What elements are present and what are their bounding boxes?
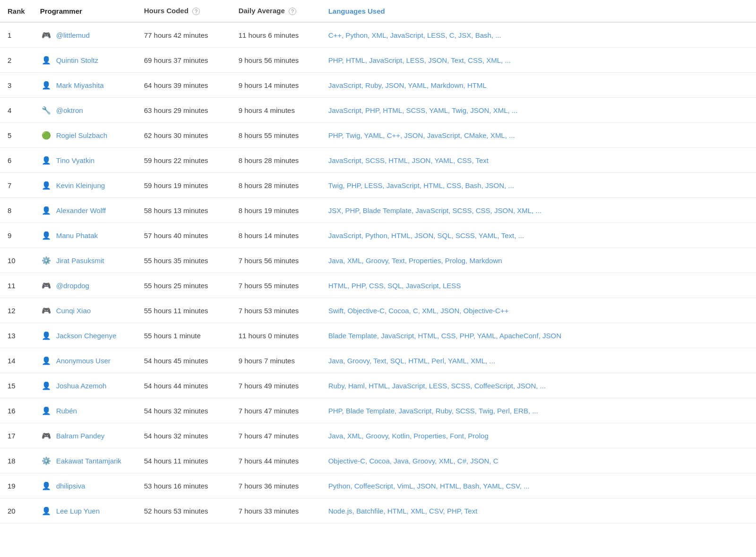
avatar: 👤 [40, 179, 52, 191]
programmer-name[interactable]: Balram Pandey [56, 432, 105, 440]
table-row: 4🔧@oktron63 hours 29 minutes9 hours 4 mi… [0, 98, 756, 123]
programmer-name[interactable]: Tino Vyatkin [56, 156, 94, 164]
rank-cell: 13 [0, 323, 33, 348]
programmer-name[interactable]: Jirat Pasuksmit [56, 257, 104, 265]
programmer-cell: 👤Jackson Chegenye [33, 323, 137, 348]
programmer-cell: 👤dhilipsiva [33, 473, 137, 498]
languages-cell: HTML, PHP, CSS, SQL, JavaScript, LESS [321, 273, 756, 298]
avatar: 👤 [40, 79, 52, 91]
programmer-cell: 👤Tino Vyatkin [33, 148, 137, 173]
avatar: ⚙️ [40, 254, 52, 266]
daily-average-cell: 7 hours 55 minutes [231, 273, 321, 298]
rank-cell: 15 [0, 373, 33, 398]
table-row: 5🟢Rogiel Sulzbach62 hours 30 minutes8 ho… [0, 123, 756, 148]
daily-average-cell: 8 hours 55 minutes [231, 123, 321, 148]
programmer-name[interactable]: Quintin Stoltz [56, 56, 98, 64]
rank-cell: 6 [0, 148, 33, 173]
table-row: 19👤dhilipsiva53 hours 16 minutes7 hours … [0, 473, 756, 498]
daily-average-cell: 7 hours 49 minutes [231, 373, 321, 398]
hours-coded-cell: 58 hours 13 minutes [137, 198, 231, 223]
rank-cell: 17 [0, 423, 33, 448]
column-header-programmer: Programmer [33, 0, 137, 22]
programmer-name[interactable]: Kevin Kleinjung [56, 181, 105, 189]
rank-cell: 2 [0, 48, 33, 73]
programmer-name[interactable]: dhilipsiva [56, 482, 86, 490]
table-row: 1🎮@littlemud77 hours 42 minutes11 hours … [0, 22, 756, 48]
programmer-cell: 👤Rubén [33, 398, 137, 423]
hours-coded-cell: 52 hours 53 minutes [137, 498, 231, 523]
programmer-cell: 🎮@dropdog [33, 273, 137, 298]
daily-average-cell: 7 hours 44 minutes [231, 448, 321, 473]
programmer-name[interactable]: Anonymous User [56, 357, 111, 365]
hours-coded-cell: 77 hours 42 minutes [137, 22, 231, 48]
programmer-name[interactable]: Rubén [56, 407, 77, 415]
languages-cell: Ruby, Haml, HTML, JavaScript, LESS, SCSS… [321, 373, 756, 398]
languages-cell: Java, XML, Groovy, Kotlin, Properties, F… [321, 423, 756, 448]
avatar: 👤 [40, 379, 52, 392]
avatar: 👤 [40, 204, 52, 216]
programmer-name[interactable]: Manu Phatak [56, 231, 98, 240]
table-row: 10⚙️Jirat Pasuksmit55 hours 35 minutes7 … [0, 248, 756, 273]
languages-cell: C++, Python, XML, JavaScript, LESS, C, J… [321, 22, 756, 48]
hours-coded-cell: 54 hours 11 minutes [137, 448, 231, 473]
programmer-name[interactable]: @littlemud [56, 31, 90, 39]
daily-average-cell: 8 hours 19 minutes [231, 198, 321, 223]
programmer-cell: 🎮@littlemud [33, 22, 137, 48]
programmer-name[interactable]: Alexander Wolff [56, 206, 106, 214]
rank-cell: 10 [0, 248, 33, 273]
hours-coded-cell: 55 hours 11 minutes [137, 298, 231, 323]
hours-coded-cell: 54 hours 44 minutes [137, 373, 231, 398]
programmer-cell: 🎮Balram Pandey [33, 423, 137, 448]
column-header-languages-used: Languages Used [321, 0, 756, 22]
daily-average-cell: 9 hours 4 minutes [231, 98, 321, 123]
daily-average-cell: 8 hours 14 minutes [231, 223, 321, 248]
hours-coded-cell: 57 hours 40 minutes [137, 223, 231, 248]
programmer-name[interactable]: Cunqi Xiao [56, 307, 91, 315]
languages-cell: Blade Template, JavaScript, HTML, CSS, P… [321, 323, 756, 348]
programmer-cell: 👤Joshua Azemoh [33, 373, 137, 398]
programmer-name[interactable]: Jackson Chegenye [56, 332, 117, 340]
programmer-cell: 🟢Rogiel Sulzbach [33, 123, 137, 148]
hours-coded-cell: 69 hours 37 minutes [137, 48, 231, 73]
daily-average-cell: 8 hours 28 minutes [231, 173, 321, 198]
daily-average-cell: 7 hours 56 minutes [231, 248, 321, 273]
languages-cell: JavaScript, SCSS, HTML, JSON, YAML, CSS,… [321, 148, 756, 173]
hours-coded-cell: 59 hours 19 minutes [137, 173, 231, 198]
table-row: 12🎮Cunqi Xiao55 hours 11 minutes7 hours … [0, 298, 756, 323]
daily-average-cell: 9 hours 14 minutes [231, 73, 321, 98]
programmer-cell: 👤Mark Miyashita [33, 73, 137, 98]
rank-cell: 20 [0, 498, 33, 523]
daily-average-cell: 7 hours 47 minutes [231, 423, 321, 448]
hours-coded-help-icon[interactable]: ? [192, 8, 200, 15]
rank-cell: 11 [0, 273, 33, 298]
avatar: 👤 [40, 229, 52, 241]
languages-cell: PHP, Blade Template, JavaScript, Ruby, S… [321, 398, 756, 423]
programmer-cell: ⚙️Jirat Pasuksmit [33, 248, 137, 273]
programmer-name[interactable]: @oktron [56, 106, 83, 114]
hours-coded-cell: 54 hours 32 minutes [137, 423, 231, 448]
programmer-cell: 👤Kevin Kleinjung [33, 173, 137, 198]
hours-coded-cell: 53 hours 16 minutes [137, 473, 231, 498]
programmer-name[interactable]: Eakawat Tantamjarik [56, 457, 121, 465]
daily-average-help-icon[interactable]: ? [289, 8, 296, 15]
hours-coded-cell: 62 hours 30 minutes [137, 123, 231, 148]
hours-coded-cell: 63 hours 29 minutes [137, 98, 231, 123]
programmer-name[interactable]: Lee Lup Yuen [56, 507, 100, 515]
table-row: 14👤Anonymous User54 hours 45 minutes9 ho… [0, 348, 756, 373]
rank-cell: 9 [0, 223, 33, 248]
avatar: 🔧 [40, 104, 52, 116]
table-row: 20👤Lee Lup Yuen52 hours 53 minutes7 hour… [0, 498, 756, 523]
avatar: 👤 [40, 54, 52, 66]
programmer-name[interactable]: Joshua Azemoh [56, 382, 107, 390]
programmer-name[interactable]: Mark Miyashita [56, 81, 104, 89]
daily-average-cell: 7 hours 47 minutes [231, 398, 321, 423]
programmer-name[interactable]: @dropdog [56, 282, 89, 290]
table-row: 11🎮@dropdog55 hours 25 minutes7 hours 55… [0, 273, 756, 298]
rank-cell: 4 [0, 98, 33, 123]
programmer-cell: 👤Manu Phatak [33, 223, 137, 248]
table-row: 16👤Rubén54 hours 32 minutes7 hours 47 mi… [0, 398, 756, 423]
languages-cell: Swift, Objective-C, Cocoa, C, XML, JSON,… [321, 298, 756, 323]
column-header-hours-coded: Hours Coded ? [137, 0, 231, 22]
programmer-cell: 🔧@oktron [33, 98, 137, 123]
programmer-name[interactable]: Rogiel Sulzbach [56, 131, 107, 139]
